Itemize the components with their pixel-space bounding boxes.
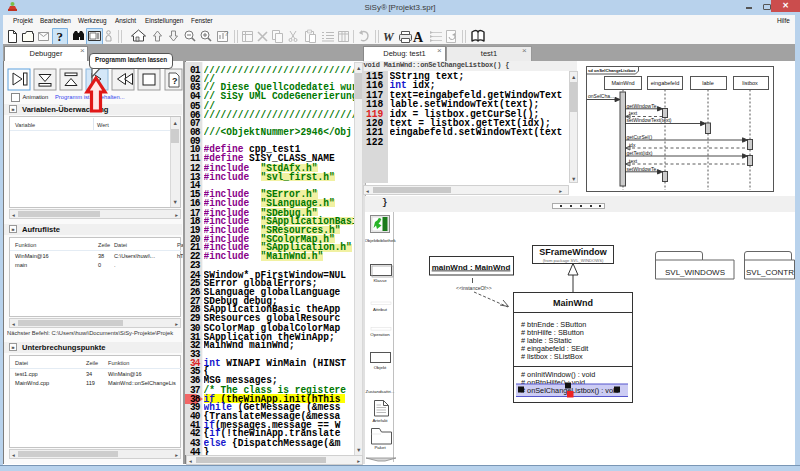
- svg-text:?: ?: [224, 29, 229, 38]
- svg-text:getCurSel(): getCurSel(): [627, 134, 653, 140]
- svg-text:W: W: [383, 30, 395, 44]
- svg-text:MainWnd: MainWnd: [611, 80, 634, 86]
- svg-text:<<instanceOf>>: <<instanceOf>>: [456, 285, 492, 291]
- svg-text:setWindowText(text): setWindowText(text): [627, 117, 672, 123]
- svg-text:SVL_CONTR: SVL_CONTR: [746, 268, 794, 277]
- svg-text:Objekt: Objekt: [374, 365, 387, 370]
- svg-text:?: ?: [57, 29, 64, 44]
- svg-text:Klasse: Klasse: [373, 278, 387, 283]
- svg-text:sd onSelChangeListbox: sd onSelChangeListbox: [588, 68, 636, 73]
- svg-text:onSelCha...: onSelCha...: [588, 93, 614, 99]
- svg-text:Artefakt: Artefakt: [372, 418, 388, 423]
- svg-text:Attribut: Attribut: [373, 307, 388, 312]
- svg-text:listbox: listbox: [742, 80, 758, 86]
- svg-text:MainWnd: MainWnd: [553, 298, 593, 308]
- svg-text:SFrameWindow: SFrameWindow: [539, 247, 607, 257]
- svg-text:SVL_WINDOWS: SVL_WINDOWS: [665, 268, 725, 277]
- svg-text:Operation: Operation: [370, 332, 390, 337]
- svg-text:?: ?: [172, 76, 178, 86]
- svg-text:# listbox : SListBox: # listbox : SListBox: [521, 352, 583, 361]
- svg-text:Paket: Paket: [374, 445, 386, 450]
- svg-text:mainWnd : MainWnd: mainWnd : MainWnd: [432, 263, 511, 272]
- svg-text:(from package SVL_WINDOWS): (from package SVL_WINDOWS): [543, 258, 604, 263]
- svg-text:eingabefeld: eingabefeld: [651, 80, 679, 86]
- svg-text:setWindowTe...: setWindowTe...: [627, 166, 661, 172]
- svg-text:lable: lable: [702, 80, 714, 86]
- svg-text:Objektbibliothek: Objektbibliothek: [365, 238, 396, 243]
- svg-text:getText(idx): getText(idx): [627, 150, 653, 156]
- svg-text:getWindowTe...: getWindowTe...: [627, 103, 661, 109]
- svg-text:A: A: [413, 30, 424, 45]
- svg-text:Zustandsattri...: Zustandsattri...: [365, 389, 394, 394]
